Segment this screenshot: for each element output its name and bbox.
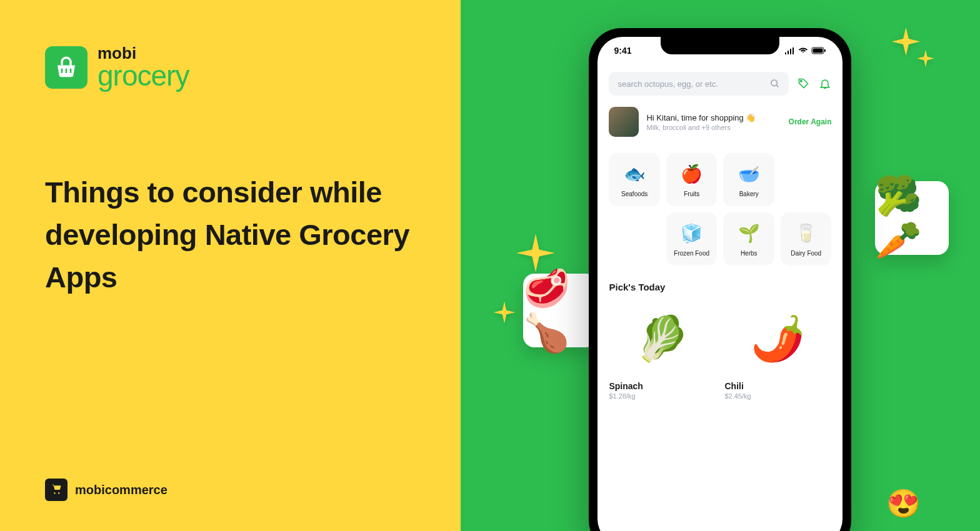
category-item[interactable]: 🍎Fruits [666, 153, 718, 206]
product-name: Chili [724, 381, 831, 391]
greeting-main: Hi Kitani, time for shopping 👋 [646, 113, 781, 122]
category-item[interactable]: 🥛Dairy Food [781, 212, 832, 266]
phone-notch [661, 37, 779, 54]
status-time: 9:41 [614, 46, 631, 56]
product-image: 🥬 [609, 301, 716, 376]
float-meat-card: 🥩🍗 [523, 274, 597, 347]
headline: Things to consider while developing Nati… [45, 171, 416, 299]
logo-block: mobi grocery [45, 45, 416, 90]
bell-icon[interactable] [819, 77, 831, 90]
order-again-button[interactable]: Order Again [789, 117, 832, 126]
products-grid: 🥬 Spinach $1.28/kg 🌶️ Chili $2.45/kg [609, 301, 831, 400]
category-item[interactable]: 🌱Herbs [723, 212, 774, 266]
status-icons [784, 47, 826, 54]
footer-text: mobicommerce [75, 483, 168, 497]
greeting-sub: Milk, broccoli and +9 others [646, 124, 781, 131]
product-name: Spinach [609, 381, 716, 391]
phone-mockup: 9:41 search octopus, egg, or etc. [589, 28, 851, 531]
svg-rect-4 [813, 49, 823, 53]
categories-grid: 🐟Seafoods 🍎Fruits 🥣Bakery 🧊Frozen Food 🌱… [609, 153, 831, 266]
cart-icon [45, 479, 68, 501]
greeting-card: Hi Kitani, time for shopping 👋 Milk, bro… [609, 107, 831, 137]
logo-grocery: grocery [98, 61, 189, 90]
category-item[interactable]: 🧊Frozen Food [666, 212, 718, 266]
sparkle-icon [492, 300, 517, 325]
category-item[interactable]: 🐟Seafoods [609, 153, 660, 206]
phone-screen: 9:41 search octopus, egg, or etc. [598, 37, 842, 531]
left-panel: mobi grocery Things to consider while de… [0, 0, 461, 531]
float-veg-card: 🥦🥕 [875, 181, 949, 255]
heart-eyes-emoji: 😍 [886, 487, 921, 520]
search-row: search octopus, egg, or etc. [609, 72, 831, 96]
product-item[interactable]: 🥬 Spinach $1.28/kg [609, 301, 716, 400]
basket-icon [45, 46, 88, 89]
search-icon [770, 79, 780, 89]
logo-text: mobi grocery [98, 45, 189, 90]
search-placeholder: search octopus, egg, or etc. [618, 79, 718, 89]
product-price: $2.45/kg [724, 392, 831, 400]
section-title: Pick's Today [609, 282, 831, 292]
product-image: 🌶️ [724, 301, 831, 376]
svg-rect-5 [824, 49, 826, 52]
app-content: search octopus, egg, or etc. Hi Kitani, … [598, 64, 842, 407]
svg-point-8 [801, 81, 802, 82]
sparkle-icon [886, 22, 942, 78]
svg-line-7 [776, 85, 778, 87]
greeting-text: Hi Kitani, time for shopping 👋 Milk, bro… [646, 113, 781, 131]
top-icons [798, 77, 831, 90]
category-item[interactable]: 🥣Bakery [723, 153, 774, 206]
right-panel: 🥩🍗 🥦🥕 😍 9:41 search octopus, egg, or etc… [461, 0, 980, 531]
footer-brand: mobicommerce [45, 479, 168, 501]
avatar [609, 107, 639, 137]
product-price: $1.28/kg [609, 392, 716, 400]
tag-icon[interactable] [798, 77, 810, 90]
product-item[interactable]: 🌶️ Chili $2.45/kg [724, 301, 831, 400]
svg-point-6 [771, 80, 777, 86]
search-input[interactable]: search octopus, egg, or etc. [609, 72, 789, 96]
